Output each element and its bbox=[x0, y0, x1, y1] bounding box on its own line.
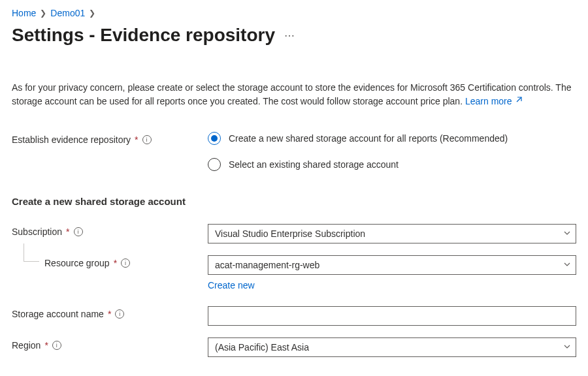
breadcrumb-home[interactable]: Home bbox=[12, 8, 36, 18]
subscription-dropdown[interactable]: Visual Studio Enterprise Subscription bbox=[208, 224, 576, 243]
label-text: Storage account name bbox=[12, 309, 104, 319]
required-indicator: * bbox=[108, 309, 111, 319]
description-text: As for your privacy concern, please crea… bbox=[12, 81, 576, 108]
radio-label: Select an existing shared storage accoun… bbox=[229, 159, 399, 170]
resource-group-row: Resource group * i acat-management-rg-we… bbox=[12, 255, 576, 275]
required-indicator: * bbox=[66, 227, 69, 237]
subscription-label: Subscription * i bbox=[12, 224, 208, 237]
more-actions-button[interactable]: ⋯ bbox=[284, 29, 295, 42]
establish-repository-options: Create a new shared storage account for … bbox=[208, 132, 576, 184]
section-title-create-account: Create a new shared storage account bbox=[12, 196, 576, 207]
label-text: Resource group bbox=[44, 258, 110, 268]
info-icon[interactable]: i bbox=[74, 227, 83, 236]
region-label: Region * i bbox=[12, 337, 208, 351]
storage-account-name-row: Storage account name * i bbox=[12, 306, 576, 326]
learn-more-link[interactable]: Learn more bbox=[465, 95, 523, 108]
storage-account-name-input[interactable] bbox=[208, 306, 576, 326]
label-text: Subscription bbox=[12, 227, 62, 237]
dropdown-value: acat-management-rg-web bbox=[215, 260, 319, 270]
label-text: Region bbox=[12, 340, 41, 351]
create-new-resource-group-link[interactable]: Create new bbox=[208, 280, 255, 290]
label-text: Establish evidence repository bbox=[12, 134, 131, 145]
info-icon[interactable]: i bbox=[121, 258, 130, 268]
radio-icon bbox=[208, 132, 221, 145]
info-icon[interactable]: i bbox=[52, 341, 61, 350]
external-link-icon bbox=[515, 96, 523, 107]
region-dropdown[interactable]: (Asia Pacific) East Asia bbox=[208, 337, 576, 357]
dropdown-value: Visual Studio Enterprise Subscription bbox=[215, 228, 365, 239]
dropdown-value: (Asia Pacific) East Asia bbox=[215, 342, 309, 352]
chevron-right-icon: ❯ bbox=[89, 8, 95, 18]
establish-repository-row: Establish evidence repository * i Create… bbox=[12, 132, 576, 184]
establish-repository-label: Establish evidence repository * i bbox=[12, 132, 208, 145]
title-bar: Settings - Evidence repository ⋯ bbox=[12, 25, 576, 46]
radio-select-existing[interactable]: Select an existing shared storage accoun… bbox=[208, 158, 576, 171]
info-icon[interactable]: i bbox=[115, 309, 124, 319]
page-title: Settings - Evidence repository bbox=[12, 25, 275, 46]
breadcrumb: Home ❯ Demo01 ❯ bbox=[12, 8, 576, 18]
radio-icon bbox=[208, 158, 221, 171]
resource-group-label: Resource group * i bbox=[12, 255, 208, 268]
required-indicator: * bbox=[44, 340, 48, 351]
required-indicator: * bbox=[135, 134, 138, 145]
region-row: Region * i (Asia Pacific) East Asia bbox=[12, 337, 576, 357]
learn-more-label: Learn more bbox=[465, 95, 512, 108]
tree-connector-icon bbox=[24, 243, 39, 262]
radio-create-new[interactable]: Create a new shared storage account for … bbox=[208, 132, 576, 145]
breadcrumb-item-demo01[interactable]: Demo01 bbox=[50, 8, 85, 18]
required-indicator: * bbox=[114, 258, 117, 268]
resource-group-dropdown[interactable]: acat-management-rg-web bbox=[208, 255, 576, 275]
subscription-row: Subscription * i Visual Studio Enterpris… bbox=[12, 224, 576, 243]
info-icon[interactable]: i bbox=[142, 135, 152, 144]
chevron-right-icon: ❯ bbox=[40, 8, 46, 18]
storage-account-name-label: Storage account name * i bbox=[12, 306, 208, 319]
radio-label: Create a new shared storage account for … bbox=[229, 133, 508, 144]
